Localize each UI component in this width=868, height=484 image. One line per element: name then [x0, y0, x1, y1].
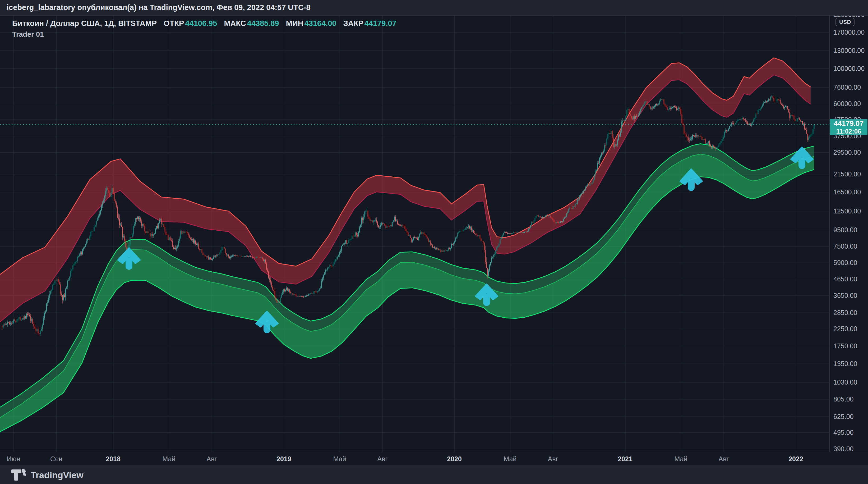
- time-axis[interactable]: ИюнСен2018МайАвг2019МайАвг2020МайАвг2021…: [0, 452, 868, 466]
- price-tick-label: 5900.00: [833, 259, 857, 266]
- price-tick-label: 16500.00: [833, 188, 861, 196]
- price-tick-label: 130000.00: [833, 47, 865, 55]
- currency-badge[interactable]: USD: [836, 18, 855, 26]
- time-tick-label: 2019: [276, 455, 291, 463]
- price-tick-label: 2850.00: [833, 309, 857, 317]
- price-tick-label: 29500.00: [833, 149, 861, 156]
- chart-canvas[interactable]: [0, 0, 868, 484]
- chart-legend[interactable]: Биткоин / Доллар США, 1Д, BITSTAMPОТКР44…: [12, 19, 397, 38]
- time-tick-label: Авг: [377, 455, 388, 463]
- tradingview-logo-icon[interactable]: [11, 469, 27, 481]
- legend-row-symbol: Биткоин / Доллар США, 1Д, BITSTAMPОТКР44…: [12, 19, 397, 28]
- time-tick-label: Авг: [718, 455, 729, 463]
- candles: [2, 95, 814, 336]
- time-tick-label: Май: [333, 455, 346, 463]
- last-price-value: 44179.07: [830, 119, 867, 128]
- time-tick-label: Май: [675, 455, 687, 463]
- indicator-label[interactable]: Trader 01: [12, 30, 397, 38]
- time-tick-label: Июн: [7, 455, 20, 463]
- time-tick-label: Авг: [548, 455, 558, 463]
- price-tick-label: 495.00: [833, 429, 854, 436]
- time-tick-label: 2022: [788, 455, 803, 463]
- time-tick-label: Сен: [50, 455, 62, 463]
- time-tick-label: 2020: [447, 455, 462, 463]
- price-tick-label: 100000.00: [833, 65, 865, 73]
- symbol-title[interactable]: Биткоин / Доллар США, 1Д, BITSTAMP: [12, 19, 157, 28]
- price-tick-label: 805.00: [833, 395, 854, 403]
- price-tick-label: 76000.00: [833, 84, 861, 91]
- price-tick-label: 2250.00: [833, 325, 857, 333]
- time-tick-label: Авг: [207, 455, 217, 463]
- price-tick-label: 7500.00: [833, 243, 857, 250]
- last-price-badge: 44179.07 11:02:06: [830, 119, 867, 135]
- price-tick-label: 1750.00: [833, 342, 857, 350]
- price-tick-label: 12500.00: [833, 207, 861, 215]
- price-tick-label: 1350.00: [833, 360, 857, 368]
- publish-bar: iceberg_labaratory опубликовал(а) на Tra…: [0, 0, 868, 16]
- footer-bar: TradingView: [0, 465, 868, 484]
- price-tick-label: 9500.00: [833, 226, 857, 234]
- grid: [0, 15, 829, 452]
- legend-field: ЗАКР44179.07: [343, 19, 397, 28]
- price-tick-label: 3650.00: [833, 292, 857, 300]
- price-tick-label: 21500.00: [833, 170, 861, 178]
- time-tick-label: Май: [162, 455, 176, 463]
- legend-ohlc-values: ОТКР44106.95МАКС44385.89МИН43164.00ЗАКР4…: [157, 19, 397, 28]
- price-tick-label: 170000.00: [833, 29, 865, 36]
- price-tick-label: 60000.00: [833, 100, 861, 108]
- publish-line: iceberg_labaratory опубликовал(а) на Tra…: [7, 3, 311, 12]
- price-tick-label: 625.00: [833, 413, 854, 421]
- legend-field: МАКС44385.89: [224, 19, 279, 28]
- price-axis[interactable]: USD 220000.00170000.00130000.00100000.00…: [829, 0, 868, 465]
- time-tick-label: 2018: [106, 455, 121, 463]
- legend-field: ОТКР44106.95: [164, 19, 217, 28]
- bar-countdown: 11:02:06: [830, 128, 867, 135]
- legend-field: МИН43164.00: [286, 19, 337, 28]
- tradingview-logo-text[interactable]: TradingView: [31, 470, 84, 480]
- time-tick-label: Май: [504, 455, 517, 463]
- price-tick-label: 4650.00: [833, 275, 857, 283]
- price-tick-label: 1030.00: [833, 378, 857, 386]
- time-tick-label: 2021: [618, 455, 632, 463]
